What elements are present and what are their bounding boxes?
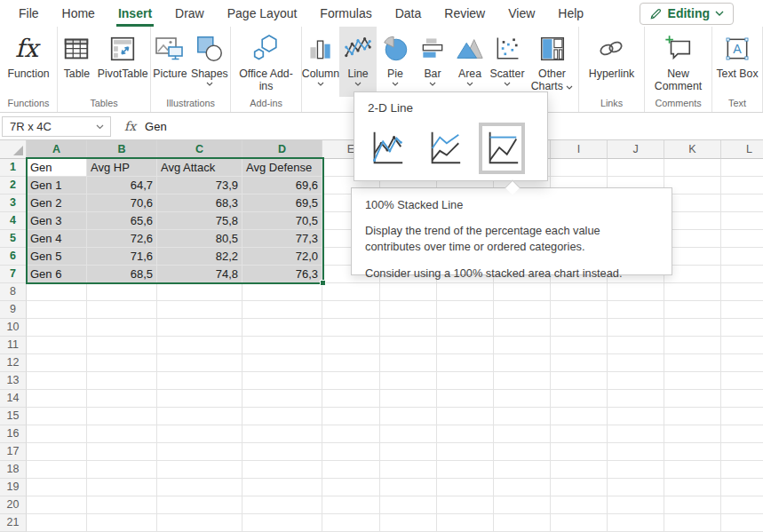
cell-D2[interactable]: 69,6 bbox=[242, 177, 322, 195]
row-header-8[interactable]: 8 bbox=[0, 283, 27, 301]
cell-K5[interactable] bbox=[664, 230, 721, 248]
row-header-21[interactable]: 21 bbox=[0, 514, 27, 532]
row-header-12[interactable]: 12 bbox=[0, 354, 27, 372]
cell-C8[interactable] bbox=[157, 283, 242, 301]
ribbon-function-button[interactable]: fxFunction bbox=[5, 27, 51, 97]
cell-B6[interactable]: 71,6 bbox=[87, 248, 157, 266]
cell-F15[interactable] bbox=[380, 408, 437, 425]
cell-F21[interactable] bbox=[380, 514, 437, 532]
cell-B7[interactable]: 68,5 bbox=[87, 266, 157, 283]
cell-H12[interactable] bbox=[494, 354, 551, 372]
cell-L11[interactable] bbox=[721, 337, 763, 354]
cell-B17[interactable] bbox=[87, 443, 157, 461]
cell-D3[interactable]: 69,5 bbox=[242, 195, 322, 212]
cell-F8[interactable] bbox=[380, 283, 437, 301]
cell-D19[interactable] bbox=[242, 479, 322, 496]
cell-C5[interactable]: 80,5 bbox=[157, 230, 242, 248]
cell-D9[interactable] bbox=[242, 301, 322, 319]
cell-H18[interactable] bbox=[494, 461, 551, 479]
cell-D18[interactable] bbox=[242, 461, 322, 479]
cell-B21[interactable] bbox=[87, 514, 157, 532]
row-header-6[interactable]: 6 bbox=[0, 248, 27, 266]
cell-D7[interactable]: 76,3 bbox=[242, 266, 322, 283]
cell-F19[interactable] bbox=[380, 479, 437, 496]
cell-F9[interactable] bbox=[380, 301, 437, 319]
row-header-16[interactable]: 16 bbox=[0, 425, 27, 443]
ribbon-line-button[interactable]: Line bbox=[339, 27, 377, 97]
cell-B10[interactable] bbox=[87, 319, 157, 337]
cell-J19[interactable] bbox=[608, 479, 664, 496]
cell-J1[interactable] bbox=[608, 159, 664, 177]
cell-K10[interactable] bbox=[664, 319, 721, 337]
cell-B20[interactable] bbox=[87, 496, 157, 514]
ribbon-picture-button[interactable]: Picture bbox=[151, 27, 188, 97]
cell-D15[interactable] bbox=[242, 408, 322, 425]
row-header-17[interactable]: 17 bbox=[0, 443, 27, 461]
column-header-i[interactable]: I bbox=[551, 140, 608, 159]
cell-L2[interactable] bbox=[721, 177, 763, 195]
cell-L17[interactable] bbox=[721, 443, 763, 461]
row-header-4[interactable]: 4 bbox=[0, 212, 27, 230]
cell-H8[interactable] bbox=[494, 283, 551, 301]
cell-J10[interactable] bbox=[608, 319, 664, 337]
cell-I21[interactable] bbox=[551, 514, 608, 532]
cell-H21[interactable] bbox=[494, 514, 551, 532]
cell-K4[interactable] bbox=[664, 212, 721, 230]
row-header-1[interactable]: 1 bbox=[0, 159, 27, 177]
cell-C2[interactable]: 73,9 bbox=[157, 177, 242, 195]
ribbon-hyperlink-button[interactable]: Hyperlink bbox=[587, 27, 636, 97]
column-header-k[interactable]: K bbox=[664, 140, 721, 159]
cell-L14[interactable] bbox=[721, 390, 763, 408]
cell-I19[interactable] bbox=[551, 479, 608, 496]
cell-E14[interactable] bbox=[322, 390, 380, 408]
cell-C10[interactable] bbox=[157, 319, 242, 337]
menu-item-help[interactable]: Help bbox=[546, 0, 595, 27]
cell-A9[interactable] bbox=[27, 301, 87, 319]
cell-L6[interactable] bbox=[721, 248, 763, 266]
cell-J17[interactable] bbox=[608, 443, 664, 461]
cell-K12[interactable] bbox=[664, 354, 721, 372]
cell-L20[interactable] bbox=[721, 496, 763, 514]
cell-I20[interactable] bbox=[551, 496, 608, 514]
cell-H16[interactable] bbox=[494, 425, 551, 443]
cell-J18[interactable] bbox=[608, 461, 664, 479]
cell-L12[interactable] bbox=[721, 354, 763, 372]
cell-I8[interactable] bbox=[551, 283, 608, 301]
cell-H9[interactable] bbox=[494, 301, 551, 319]
ribbon-bar-button[interactable]: Bar bbox=[414, 27, 451, 97]
cell-H10[interactable] bbox=[494, 319, 551, 337]
cell-E10[interactable] bbox=[322, 319, 380, 337]
cell-B9[interactable] bbox=[87, 301, 157, 319]
cell-E8[interactable] bbox=[322, 283, 380, 301]
ribbon-shapes-button[interactable]: Shapes bbox=[189, 27, 230, 97]
cell-B4[interactable]: 65,6 bbox=[87, 212, 157, 230]
row-header-18[interactable]: 18 bbox=[0, 461, 27, 479]
cell-E11[interactable] bbox=[322, 337, 380, 354]
chevron-down-icon[interactable] bbox=[96, 124, 104, 130]
cell-J21[interactable] bbox=[608, 514, 664, 532]
row-header-14[interactable]: 14 bbox=[0, 390, 27, 408]
cell-L18[interactable] bbox=[721, 461, 763, 479]
menu-item-file[interactable]: File bbox=[7, 0, 51, 27]
select-all-corner[interactable] bbox=[0, 140, 27, 159]
ribbon-area-button[interactable]: Area bbox=[451, 27, 489, 97]
cell-A1[interactable]: Gen bbox=[27, 159, 87, 177]
cell-G17[interactable] bbox=[437, 443, 494, 461]
cell-A5[interactable]: Gen 4 bbox=[27, 230, 87, 248]
ribbon-column-button[interactable]: Column bbox=[302, 27, 339, 97]
menu-item-data[interactable]: Data bbox=[384, 0, 433, 27]
cell-D1[interactable]: Avg Defense bbox=[242, 159, 322, 177]
cell-D4[interactable]: 70,5 bbox=[242, 212, 322, 230]
cell-B11[interactable] bbox=[87, 337, 157, 354]
cell-B12[interactable] bbox=[87, 354, 157, 372]
cell-B1[interactable]: Avg HP bbox=[87, 159, 157, 177]
cell-K3[interactable] bbox=[664, 195, 721, 212]
ribbon-pivottable-button[interactable]: PivotTable bbox=[96, 27, 150, 97]
cell-F13[interactable] bbox=[380, 372, 437, 390]
cell-D6[interactable]: 72,0 bbox=[242, 248, 322, 266]
cell-J16[interactable] bbox=[608, 425, 664, 443]
cell-G15[interactable] bbox=[437, 408, 494, 425]
cell-G14[interactable] bbox=[437, 390, 494, 408]
cell-F11[interactable] bbox=[380, 337, 437, 354]
cell-I18[interactable] bbox=[551, 461, 608, 479]
